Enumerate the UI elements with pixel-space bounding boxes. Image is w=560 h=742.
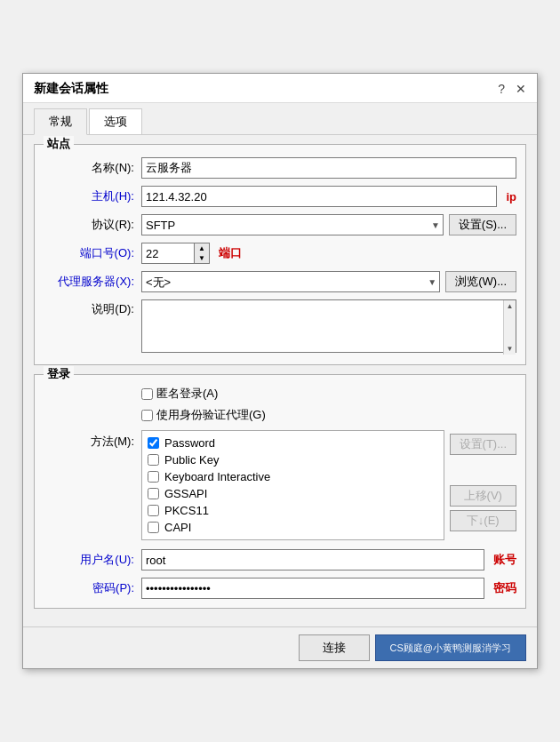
port-spinner: ▲ ▼ — [195, 243, 210, 264]
station-group-label: 站点 — [44, 136, 74, 152]
dialog-title: 新建会话属性 — [34, 81, 108, 97]
method-password-checkbox[interactable] — [148, 437, 159, 449]
port-input[interactable] — [141, 243, 195, 264]
method-keyboard: Keyboard Interactive — [148, 468, 438, 485]
cancel-button[interactable]: CS顾庭@小黄鸭测服消学习 — [375, 634, 526, 661]
tab-general[interactable]: 常规 — [34, 108, 87, 135]
help-button[interactable]: ? — [498, 82, 505, 96]
scroll-up-icon: ▲ — [507, 302, 514, 310]
proxy-select-wrapper: <无> ▼ — [141, 271, 440, 292]
method-buttons: 设置(T)... 上移(V) 下↓(E) — [450, 430, 516, 531]
agent-row: 使用身份验证代理(G) — [141, 407, 516, 423]
method-publickey: Public Key — [148, 451, 438, 468]
desc-textarea-wrapper: ▲ ▼ — [141, 299, 516, 355]
host-input[interactable] — [141, 186, 497, 207]
username-row: 用户名(U): 账号 — [44, 549, 516, 570]
method-pkcs11: PKCS11 — [148, 502, 438, 519]
method-label: 方法(M): — [44, 430, 141, 450]
login-group: 登录 匿名登录(A) 使用身份验证代理(G) 方法(M): Password — [34, 374, 526, 609]
tabs-bar: 常规 选项 — [23, 103, 537, 135]
method-pkcs11-checkbox[interactable] — [148, 505, 159, 516]
browse-button[interactable]: 浏览(W)... — [445, 271, 516, 292]
protocol-label: 协议(R): — [44, 217, 141, 233]
title-bar-controls: ? ✕ — [498, 82, 526, 96]
password-label: 密码(P): — [44, 580, 141, 596]
method-up-button[interactable]: 上移(V) — [450, 485, 516, 507]
title-bar: 新建会话属性 ? ✕ — [23, 74, 537, 103]
username-label: 用户名(U): — [44, 552, 141, 568]
content-area: 站点 名称(N): 主机(H): ip 协议(R): SFTP FTP SCP — [23, 135, 537, 626]
close-button[interactable]: ✕ — [516, 82, 526, 96]
username-note: 账号 — [493, 552, 516, 568]
method-down-button[interactable]: 下↓(E) — [450, 510, 516, 531]
agent-checkbox[interactable] — [141, 410, 153, 421]
host-note: ip — [506, 190, 516, 203]
method-gssapi: GSSAPI — [148, 485, 438, 502]
method-capi-checkbox[interactable] — [148, 522, 159, 533]
scrollbar: ▲ ▼ — [503, 300, 516, 355]
port-note: 端口 — [219, 245, 242, 261]
anon-label: 匿名登录(A) — [156, 386, 218, 402]
scroll-down-icon: ▼ — [507, 345, 514, 353]
method-list: Password Public Key Keyboard Interactive… — [141, 430, 444, 540]
anon-checkbox[interactable] — [141, 388, 153, 400]
password-row: 密码(P): 密码 — [44, 578, 516, 599]
method-publickey-checkbox[interactable] — [148, 454, 159, 466]
method-capi: CAPI — [148, 519, 438, 536]
method-password-label: Password — [164, 436, 215, 450]
port-label: 端口号(O): — [44, 245, 141, 261]
method-keyboard-checkbox[interactable] — [148, 471, 159, 483]
method-password: Password — [148, 435, 438, 451]
proxy-row: 代理服务器(X): <无> ▼ 浏览(W)... — [44, 271, 516, 292]
method-pkcs11-label: PKCS11 — [164, 504, 209, 517]
method-settings-button[interactable]: 设置(T)... — [450, 434, 516, 455]
host-row: 主机(H): ip — [44, 186, 516, 207]
proxy-label: 代理服务器(X): — [44, 274, 141, 290]
agent-label: 使用身份验证代理(G) — [156, 407, 266, 423]
port-wrapper: ▲ ▼ — [141, 243, 210, 264]
name-label: 名称(N): — [44, 160, 141, 176]
protocol-select[interactable]: SFTP FTP SCP — [141, 214, 444, 235]
method-publickey-label: Public Key — [164, 453, 219, 467]
desc-row: 说明(D): ▲ ▼ — [44, 299, 516, 355]
protocol-select-wrapper: SFTP FTP SCP ▼ — [141, 214, 444, 235]
port-row: 端口号(O): ▲ ▼ 端口 — [44, 243, 516, 264]
method-capi-label: CAPI — [164, 521, 191, 534]
dialog: 新建会话属性 ? ✕ 常规 选项 站点 名称(N): 主机(H): ip 协议(… — [22, 73, 538, 669]
password-note: 密码 — [493, 580, 516, 596]
method-row: 方法(M): Password Public Key Keyboard Inte… — [44, 430, 516, 540]
method-gssapi-label: GSSAPI — [164, 487, 207, 500]
tab-options[interactable]: 选项 — [89, 108, 142, 134]
port-up-button[interactable]: ▲ — [195, 243, 209, 253]
connect-button[interactable]: 连接 — [299, 634, 370, 661]
proxy-select[interactable]: <无> — [141, 271, 440, 292]
host-label: 主机(H): — [44, 188, 141, 204]
username-input[interactable] — [141, 549, 484, 570]
name-row: 名称(N): — [44, 157, 516, 179]
desc-label: 说明(D): — [44, 299, 141, 317]
name-input[interactable] — [141, 157, 516, 179]
protocol-row: 协议(R): SFTP FTP SCP ▼ 设置(S)... — [44, 214, 516, 235]
login-group-label: 登录 — [44, 366, 74, 382]
protocol-settings-button[interactable]: 设置(S)... — [449, 214, 516, 235]
method-gssapi-checkbox[interactable] — [148, 488, 159, 499]
method-keyboard-label: Keyboard Interactive — [164, 470, 270, 483]
anon-row: 匿名登录(A) — [141, 386, 516, 402]
port-down-button[interactable]: ▼ — [195, 253, 209, 263]
desc-textarea[interactable] — [141, 299, 516, 353]
password-input[interactable] — [141, 578, 484, 599]
station-group: 站点 名称(N): 主机(H): ip 协议(R): SFTP FTP SCP — [34, 144, 526, 365]
bottom-bar: 连接 CS顾庭@小黄鸭测服消学习 — [23, 626, 537, 668]
